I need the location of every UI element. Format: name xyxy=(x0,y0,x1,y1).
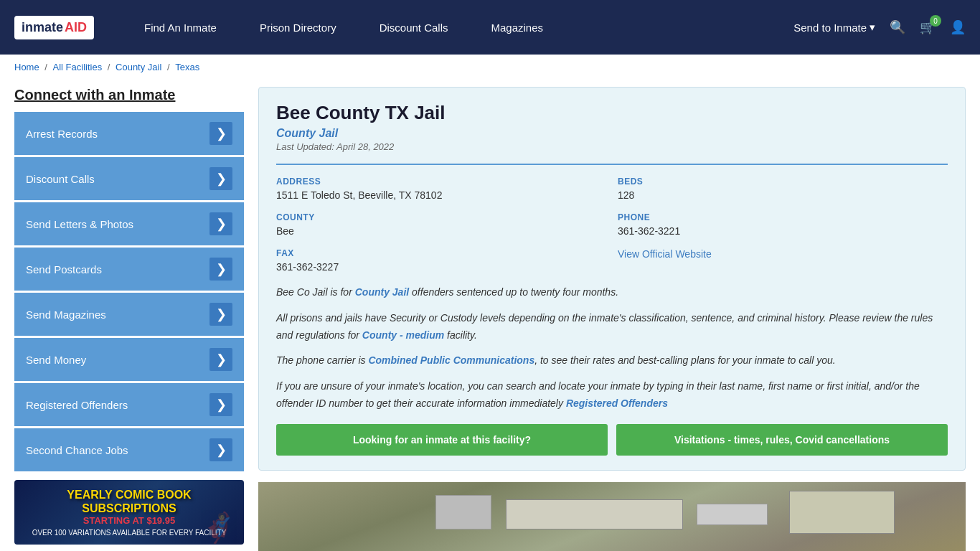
breadcrumb-home[interactable]: Home xyxy=(14,62,39,72)
address-block: ADDRESS 1511 E Toledo St, Beeville, TX 7… xyxy=(276,176,606,201)
county-jail-link[interactable]: County Jail xyxy=(355,286,409,298)
nav-find-inmate[interactable]: Find An Inmate xyxy=(123,0,238,55)
sidebar-arrow-icon: ❯ xyxy=(209,212,232,235)
registered-offenders-link[interactable]: Registered Offenders xyxy=(566,397,668,409)
cart-button[interactable]: 🛒 0 xyxy=(920,19,936,35)
sidebar-item-label: Send Money xyxy=(26,354,86,366)
logo-text-inmate: inmate xyxy=(22,20,63,35)
visitations-button[interactable]: Visitations - times, rules, Covid cancel… xyxy=(616,424,948,456)
breadcrumb-sep2: / xyxy=(108,62,113,72)
description-area: Bee Co Jail is for County Jail offenders… xyxy=(276,284,948,413)
ad-subtitle: STARTING AT $19.95 xyxy=(32,515,227,526)
sidebar: Connect with an Inmate Arrest Records ❯ … xyxy=(14,87,244,551)
website-link[interactable]: View Official Website xyxy=(618,248,712,260)
nav-prison-directory[interactable]: Prison Directory xyxy=(238,0,358,55)
ad-desc: OVER 100 VARIATIONS AVAILABLE FOR EVERY … xyxy=(32,529,227,537)
beds-block: BEDS 128 xyxy=(618,176,948,201)
beds-label: BEDS xyxy=(618,176,948,187)
sidebar-item-registered-offenders[interactable]: Registered Offenders ❯ xyxy=(14,383,244,426)
county-value: Bee xyxy=(276,225,606,237)
facility-aerial-image xyxy=(258,482,966,551)
aerial-bg xyxy=(258,482,966,551)
nav-right: Send to Inmate ▾ 🔍 🛒 0 👤 xyxy=(793,19,966,35)
desc-paragraph-2: All prisons and jails have Security or C… xyxy=(276,310,948,344)
desc-paragraph-4: If you are unsure of your inmate's locat… xyxy=(276,378,948,413)
info-grid: ADDRESS 1511 E Toledo St, Beeville, TX 7… xyxy=(276,164,948,273)
address-label: ADDRESS xyxy=(276,176,606,187)
sidebar-item-arrest-records[interactable]: Arrest Records ❯ xyxy=(14,112,244,155)
sidebar-arrow-icon: ❯ xyxy=(209,303,232,326)
sidebar-arrow-icon: ❯ xyxy=(209,348,232,371)
sidebar-item-label: Send Letters & Photos xyxy=(26,218,133,230)
sidebar-item-label: Registered Offenders xyxy=(26,399,128,411)
nav-links: Find An Inmate Prison Directory Discount… xyxy=(123,0,793,55)
county-block: COUNTY Bee xyxy=(276,212,606,237)
website-block: View Official Website xyxy=(618,248,948,273)
phone-block: PHONE 361-362-3221 xyxy=(618,212,948,237)
navbar: inmate AID Find An Inmate Prison Directo… xyxy=(0,0,980,55)
search-icon[interactable]: 🔍 xyxy=(890,19,905,35)
content-area: Bee County TX Jail County Jail Last Upda… xyxy=(258,87,966,551)
sidebar-arrow-icon: ❯ xyxy=(209,258,232,281)
ad-title: YEARLY COMIC BOOKSUBSCRIPTIONS xyxy=(32,488,227,515)
address-value: 1511 E Toledo St, Beeville, TX 78102 xyxy=(276,189,606,201)
send-to-inmate-label: Send to Inmate xyxy=(793,22,867,34)
phone-value: 361-362-3221 xyxy=(618,225,948,237)
sidebar-ad[interactable]: YEARLY COMIC BOOKSUBSCRIPTIONS STARTING … xyxy=(14,480,244,545)
breadcrumb-texas[interactable]: Texas xyxy=(175,62,199,72)
building-wing xyxy=(697,504,768,525)
nav-discount-calls[interactable]: Discount Calls xyxy=(358,0,470,55)
action-buttons: Looking for an inmate at this facility? … xyxy=(276,424,948,456)
facility-name: Bee County TX Jail xyxy=(276,102,948,124)
logo[interactable]: inmate AID xyxy=(14,16,94,39)
sidebar-item-label: Second Chance Jobs xyxy=(26,444,128,456)
find-inmate-button[interactable]: Looking for an inmate at this facility? xyxy=(276,424,608,456)
sidebar-arrow-icon: ❯ xyxy=(209,438,232,461)
county-medium-link[interactable]: County - medium xyxy=(362,329,444,341)
beds-value: 128 xyxy=(618,189,948,201)
sidebar-arrow-icon: ❯ xyxy=(209,393,232,416)
sidebar-item-discount-calls[interactable]: Discount Calls ❯ xyxy=(14,157,244,200)
user-icon[interactable]: 👤 xyxy=(950,19,966,35)
fax-value: 361-362-3227 xyxy=(276,261,606,273)
cart-count-badge: 0 xyxy=(930,15,941,27)
facility-card: Bee County TX Jail County Jail Last Upda… xyxy=(258,87,966,471)
aerial-image-blocks xyxy=(258,482,966,551)
phone-label: PHONE xyxy=(618,212,948,222)
sidebar-item-send-postcards[interactable]: Send Postcards ❯ xyxy=(14,248,244,291)
sidebar-item-send-money[interactable]: Send Money ❯ xyxy=(14,338,244,381)
fax-block: FAX 361-362-3227 xyxy=(276,248,606,273)
sidebar-item-label: Send Postcards xyxy=(26,263,102,276)
building-side xyxy=(435,495,492,529)
send-to-inmate-button[interactable]: Send to Inmate ▾ xyxy=(793,21,875,34)
fax-label: FAX xyxy=(276,248,606,258)
main-container: Connect with an Inmate Arrest Records ❯ … xyxy=(0,80,980,551)
breadcrumb-all-facilities[interactable]: All Facilities xyxy=(53,62,103,72)
sidebar-item-second-chance-jobs[interactable]: Second Chance Jobs ❯ xyxy=(14,428,244,471)
sidebar-item-label: Send Magazines xyxy=(26,309,106,321)
breadcrumb-sep3: / xyxy=(167,62,172,72)
desc-paragraph-3: The phone carrier is Combined Public Com… xyxy=(276,352,948,369)
sidebar-item-label: Arrest Records xyxy=(26,128,98,140)
logo-text-aid: AID xyxy=(65,20,87,35)
desc-paragraph-1: Bee Co Jail is for County Jail offenders… xyxy=(276,284,948,301)
ad-superhero-icon: 🦸 xyxy=(201,511,237,545)
sidebar-menu: Arrest Records ❯ Discount Calls ❯ Send L… xyxy=(14,112,244,471)
send-dropdown-arrow: ▾ xyxy=(870,21,875,34)
breadcrumb-sep1: / xyxy=(44,62,50,72)
breadcrumb: Home / All Facilities / County Jail / Te… xyxy=(0,55,980,80)
phone-carrier-link[interactable]: Combined Public Communications xyxy=(368,354,534,366)
sidebar-item-label: Discount Calls xyxy=(26,173,95,185)
facility-updated: Last Updated: April 28, 2022 xyxy=(276,141,948,152)
parking-lot xyxy=(789,491,895,534)
county-label: COUNTY xyxy=(276,212,606,222)
sidebar-title: Connect with an Inmate xyxy=(14,87,244,103)
breadcrumb-county-jail[interactable]: County Jail xyxy=(116,62,161,72)
facility-type: County Jail xyxy=(276,127,948,140)
sidebar-item-send-letters[interactable]: Send Letters & Photos ❯ xyxy=(14,202,244,245)
sidebar-item-send-magazines[interactable]: Send Magazines ❯ xyxy=(14,293,244,336)
sidebar-arrow-icon: ❯ xyxy=(209,122,232,145)
sidebar-arrow-icon: ❯ xyxy=(209,167,232,190)
nav-magazines[interactable]: Magazines xyxy=(470,0,565,55)
building-main xyxy=(506,499,683,529)
